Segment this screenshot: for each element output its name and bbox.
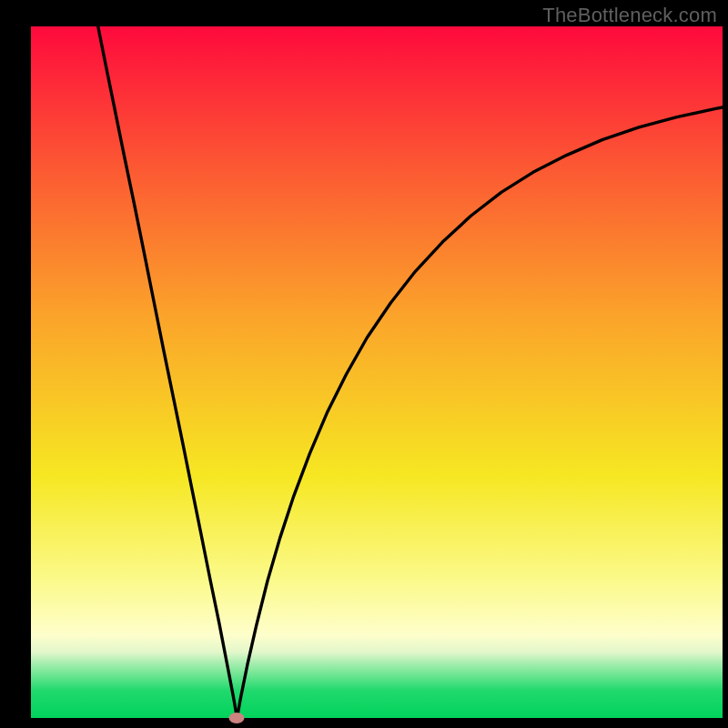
watermark-text: TheBottleneck.com: [542, 4, 717, 27]
gradient-background: [31, 26, 723, 718]
bottleneck-chart: [0, 0, 728, 728]
optimal-point-marker: [229, 713, 245, 723]
chart-frame: TheBottleneck.com: [0, 0, 728, 728]
